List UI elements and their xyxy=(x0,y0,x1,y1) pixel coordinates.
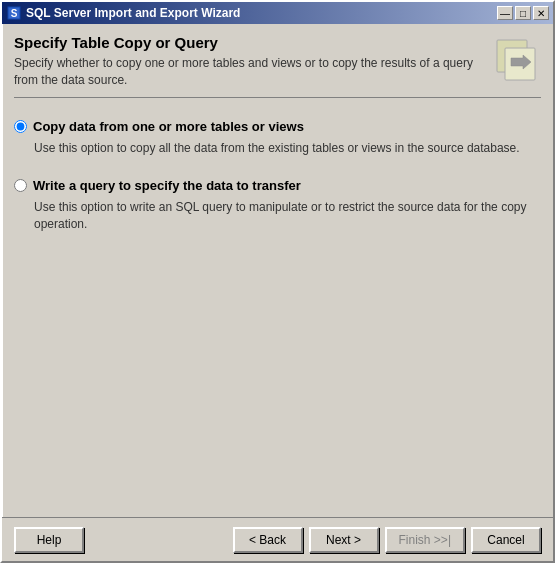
option-group-2: Write a query to specify the data to tra… xyxy=(14,177,541,233)
write-query-desc: Use this option to write an SQL query to… xyxy=(34,199,541,233)
window-title: SQL Server Import and Export Wizard xyxy=(26,6,497,20)
option-group-1: Copy data from one or more tables or vie… xyxy=(14,118,541,157)
option-row-1: Copy data from one or more tables or vie… xyxy=(14,118,541,136)
copy-tables-radio[interactable] xyxy=(14,120,27,133)
window-icon: S xyxy=(6,5,22,21)
wizard-window: S SQL Server Import and Export Wizard — … xyxy=(0,0,555,563)
content-area: Specify Table Copy or Query Specify whet… xyxy=(2,24,553,517)
wizard-graphic xyxy=(491,36,539,84)
back-button[interactable]: < Back xyxy=(233,527,303,553)
header-icon xyxy=(489,34,541,86)
copy-tables-desc: Use this option to copy all the data fro… xyxy=(34,140,541,157)
page-description: Specify whether to copy one or more tabl… xyxy=(14,55,481,89)
svg-text:S: S xyxy=(11,8,18,19)
write-query-radio[interactable] xyxy=(14,179,27,192)
window-controls: — □ ✕ xyxy=(497,6,549,20)
maximize-button[interactable]: □ xyxy=(515,6,531,20)
write-query-label: Write a query to specify the data to tra… xyxy=(33,177,301,195)
header-section: Specify Table Copy or Query Specify whet… xyxy=(14,34,541,98)
finish-button[interactable]: Finish >>| xyxy=(385,527,465,553)
close-button[interactable]: ✕ xyxy=(533,6,549,20)
help-button[interactable]: Help xyxy=(14,527,84,553)
page-title: Specify Table Copy or Query xyxy=(14,34,481,51)
options-area: Copy data from one or more tables or vie… xyxy=(14,110,541,509)
copy-tables-label: Copy data from one or more tables or vie… xyxy=(33,118,304,136)
next-button[interactable]: Next > xyxy=(309,527,379,553)
header-text: Specify Table Copy or Query Specify whet… xyxy=(14,34,481,89)
title-bar: S SQL Server Import and Export Wizard — … xyxy=(2,2,553,24)
cancel-button[interactable]: Cancel xyxy=(471,527,541,553)
minimize-button[interactable]: — xyxy=(497,6,513,20)
footer: Help < Back Next > Finish >>| Cancel xyxy=(2,517,553,561)
option-row-2: Write a query to specify the data to tra… xyxy=(14,177,541,195)
